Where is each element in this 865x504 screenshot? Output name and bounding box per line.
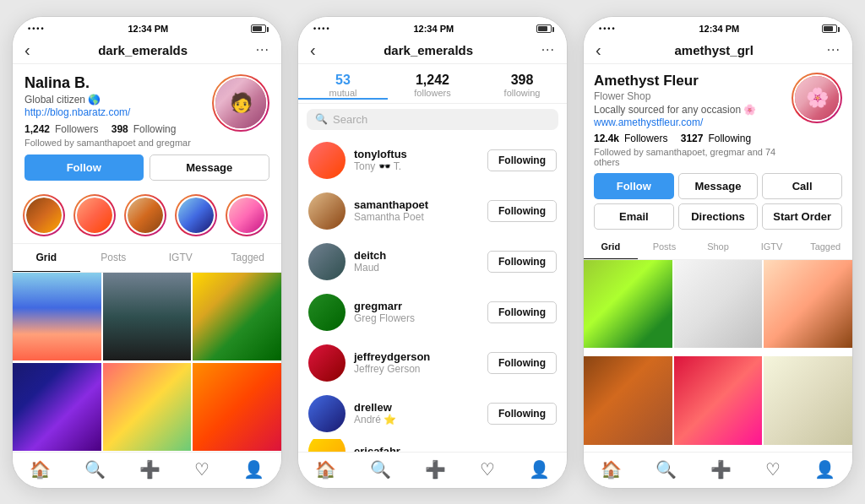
follower-username-3[interactable]: deitch bbox=[354, 249, 479, 262]
heart-icon-3[interactable]: ♡ bbox=[765, 459, 781, 480]
add-icon-2[interactable]: ➕ bbox=[425, 459, 446, 480]
story-4[interactable] bbox=[175, 194, 217, 236]
follow-button-1[interactable]: Follow bbox=[24, 154, 144, 181]
follower-username-2[interactable]: samanthapoet bbox=[354, 198, 479, 211]
grid-cell-4[interactable] bbox=[13, 363, 101, 452]
nav-title-2: dark_emeralds bbox=[384, 43, 473, 57]
battery-2 bbox=[536, 24, 552, 33]
avatar-image-1: 🧑 bbox=[215, 78, 266, 128]
back-button-3[interactable]: ‹ bbox=[596, 41, 601, 60]
grid-cell-2[interactable] bbox=[103, 273, 192, 361]
message-button-3[interactable]: Message bbox=[678, 173, 759, 199]
more-menu-1[interactable]: ··· bbox=[256, 42, 269, 57]
follower-avatar-7[interactable] bbox=[308, 439, 345, 452]
story-2[interactable] bbox=[73, 194, 116, 236]
add-icon-1[interactable]: ➕ bbox=[139, 459, 160, 480]
bottom-nav-1: 🏠 🔍 ➕ ♡ 👤 bbox=[13, 452, 281, 488]
follower-username-5[interactable]: jeffreydgerson bbox=[354, 350, 479, 363]
nav-bar-2: ‹ dark_emeralds ··· bbox=[298, 37, 567, 64]
search-icon-nav-2[interactable]: 🔍 bbox=[370, 459, 391, 480]
search-icon-nav-3[interactable]: 🔍 bbox=[656, 459, 677, 480]
follow-button-3[interactable]: Follow bbox=[594, 173, 674, 199]
following-button-1[interactable]: Following bbox=[487, 149, 557, 171]
time-1: 12:34 PM bbox=[128, 24, 168, 34]
following-label-1: Following bbox=[133, 123, 177, 135]
grid-cell-3-4[interactable] bbox=[584, 356, 672, 445]
profile-link-3[interactable]: www.amethystfleur.com/ bbox=[594, 117, 792, 128]
follower-avatar-1[interactable] bbox=[308, 142, 345, 179]
profile-actions-row2-3: Email Directions Start Order bbox=[594, 203, 842, 230]
back-button-2[interactable]: ‹ bbox=[310, 41, 316, 60]
follower-avatar-2[interactable] bbox=[308, 192, 345, 230]
profile-icon-1[interactable]: 👤 bbox=[243, 459, 264, 480]
tab-tagged-3[interactable]: Tagged bbox=[798, 235, 852, 259]
profile-link-1[interactable]: http://blog.nbaratz.com/ bbox=[24, 106, 191, 118]
tab-posts-3[interactable]: Posts bbox=[638, 235, 692, 259]
more-menu-3[interactable]: ··· bbox=[827, 42, 841, 57]
following-count-3: 3127 bbox=[681, 133, 704, 144]
call-button-3[interactable]: Call bbox=[762, 173, 842, 199]
story-1[interactable] bbox=[23, 194, 65, 236]
follower-name-6: André ⭐ bbox=[354, 414, 479, 425]
following-button-4[interactable]: Following bbox=[487, 301, 557, 323]
add-icon-3[interactable]: ➕ bbox=[710, 459, 732, 480]
tab-grid-3[interactable]: Grid bbox=[584, 235, 638, 259]
home-icon-3[interactable]: 🏠 bbox=[601, 459, 622, 480]
search-input-wrap[interactable]: 🔍 Search bbox=[307, 109, 558, 130]
tab-shop-3[interactable]: Shop bbox=[691, 235, 745, 259]
nav-bar-1: ‹ dark_emeralds ··· bbox=[13, 37, 281, 64]
following-button-6[interactable]: Following bbox=[487, 403, 557, 425]
following-tab[interactable]: 398 following bbox=[477, 73, 567, 100]
following-button-2[interactable]: Following bbox=[487, 200, 557, 222]
tab-igtv-1[interactable]: IGTV bbox=[147, 244, 215, 272]
tab-posts-1[interactable]: Posts bbox=[80, 244, 148, 272]
story-5[interactable] bbox=[226, 194, 268, 236]
follower-avatar-4[interactable] bbox=[308, 294, 345, 331]
back-button-1[interactable]: ‹ bbox=[24, 41, 30, 60]
grid-cell-6[interactable] bbox=[193, 363, 281, 452]
home-icon-2[interactable]: 🏠 bbox=[315, 459, 336, 480]
home-icon-1[interactable]: 🏠 bbox=[30, 459, 51, 480]
grid-cell-3-1[interactable] bbox=[584, 260, 672, 349]
more-menu-2[interactable]: ··· bbox=[541, 42, 555, 57]
grid-cell-3-5[interactable] bbox=[674, 356, 763, 445]
grid-cell-3[interactable] bbox=[193, 273, 281, 361]
follower-info-6: drellew André ⭐ bbox=[354, 401, 479, 425]
profile-name-1: Nalina B. bbox=[24, 74, 191, 92]
email-button-3[interactable]: Email bbox=[594, 203, 674, 230]
mutual-tab[interactable]: 53 mutual bbox=[298, 73, 388, 100]
directions-button-3[interactable]: Directions bbox=[678, 203, 759, 230]
message-button-1[interactable]: Message bbox=[150, 154, 270, 181]
grid-cell-1[interactable] bbox=[13, 273, 101, 361]
grid-cell-5[interactable] bbox=[103, 363, 192, 452]
heart-icon-2[interactable]: ♡ bbox=[480, 459, 495, 480]
follower-avatar-6[interactable] bbox=[308, 395, 345, 432]
follower-username-1[interactable]: tonyloftus bbox=[354, 148, 479, 160]
following-button-3[interactable]: Following bbox=[487, 251, 557, 273]
grid-cell-3-2[interactable] bbox=[674, 260, 763, 349]
search-icon-1[interactable]: 🔍 bbox=[84, 459, 106, 480]
start-order-button-3[interactable]: Start Order bbox=[762, 203, 842, 230]
list-item: deitch Maud Following bbox=[298, 236, 567, 287]
grid-cell-3-3[interactable] bbox=[764, 260, 852, 349]
follower-username-4[interactable]: gregmarr bbox=[354, 300, 479, 312]
grid-cell-3-6[interactable] bbox=[764, 356, 852, 445]
follower-username-7[interactable]: ericafahr bbox=[354, 445, 557, 452]
followers-tab[interactable]: 1,242 followers bbox=[388, 73, 477, 100]
profile-icon-3[interactable]: 👤 bbox=[814, 459, 835, 480]
bottom-nav-2: 🏠 🔍 ➕ ♡ 👤 bbox=[298, 452, 567, 488]
profile-icon-2[interactable]: 👤 bbox=[529, 459, 550, 480]
list-item: jeffreydgerson Jeffrey Gerson Following bbox=[298, 338, 567, 388]
tabs-1: Grid Posts IGTV Tagged bbox=[13, 244, 281, 273]
tab-grid-1[interactable]: Grid bbox=[13, 244, 80, 272]
tab-tagged-1[interactable]: Tagged bbox=[215, 244, 282, 272]
heart-icon-1[interactable]: ♡ bbox=[194, 459, 209, 480]
follower-avatar-3[interactable] bbox=[308, 243, 345, 280]
story-3[interactable] bbox=[124, 194, 166, 236]
following-label-2: following bbox=[477, 88, 567, 98]
tab-igtv-3[interactable]: IGTV bbox=[745, 235, 799, 259]
follower-username-6[interactable]: drellew bbox=[354, 401, 479, 414]
profile-stats-1: 1,242 Followers 398 Following bbox=[24, 123, 191, 135]
following-button-5[interactable]: Following bbox=[487, 352, 557, 374]
follower-avatar-5[interactable] bbox=[308, 344, 345, 382]
